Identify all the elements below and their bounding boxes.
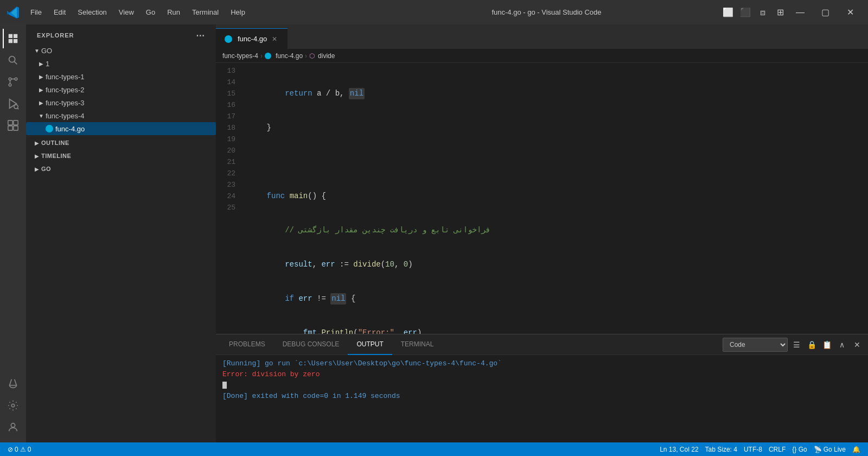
status-encoding-text: UTF-8 bbox=[744, 446, 762, 453]
panel-copy-button[interactable]: 📋 bbox=[820, 338, 833, 351]
status-language[interactable]: {} Go bbox=[789, 446, 810, 453]
panel-clear-button[interactable]: ☰ bbox=[790, 338, 803, 351]
tree-arrow-ft1: ▶ bbox=[37, 72, 46, 81]
activity-settings[interactable] bbox=[3, 396, 23, 415]
menu-run[interactable]: Run bbox=[162, 6, 186, 18]
status-golive-text: Go Live bbox=[824, 446, 846, 453]
menu-go[interactable]: Go bbox=[141, 6, 161, 18]
titlebar-icon-buttons: ⬜ ⬛ ⧈ ⊞ bbox=[720, 5, 788, 20]
activity-source-control[interactable] bbox=[3, 72, 23, 92]
activity-run-debug[interactable] bbox=[3, 94, 23, 113]
cursor-block bbox=[222, 382, 227, 389]
status-golive-icon: 📡 bbox=[814, 446, 822, 453]
close-button[interactable]: ✕ bbox=[838, 3, 863, 22]
output-line-error: Error: division by zero bbox=[222, 369, 861, 380]
tree-folder-func-types-3[interactable]: ▶ func-types-3 bbox=[26, 96, 216, 109]
menu-view[interactable]: View bbox=[113, 6, 139, 18]
breadcrumb-file[interactable]: func-4.go bbox=[265, 52, 303, 60]
activity-account[interactable] bbox=[3, 417, 23, 437]
tab-func4go[interactable]: func-4.go ✕ bbox=[216, 28, 288, 49]
sidebar-section-go[interactable]: ▶ GO bbox=[26, 161, 216, 174]
svg-point-12 bbox=[11, 404, 15, 407]
activity-bar-bottom bbox=[3, 374, 23, 442]
breadcrumb-go-icon bbox=[265, 53, 271, 59]
menu-edit[interactable]: Edit bbox=[48, 6, 71, 18]
status-errors[interactable]: ⊘ 0 ⚠ 0 bbox=[4, 442, 34, 456]
panel-content[interactable]: [Running] go run `c:\Users\User\Desktop\… bbox=[216, 355, 868, 442]
menu-help[interactable]: Help bbox=[225, 6, 251, 18]
titlebar-menu: File Edit Selection View Go Run Terminal… bbox=[25, 6, 373, 18]
status-eol-text: CRLF bbox=[769, 446, 786, 453]
panel-close-button[interactable]: ✕ bbox=[851, 338, 864, 351]
svg-point-2 bbox=[9, 84, 11, 86]
customize-layout-icon[interactable]: ⊞ bbox=[773, 5, 788, 20]
code-line-20: fmt.Println("Error:", err) bbox=[248, 327, 860, 334]
breadcrumb-symbol[interactable]: ⬡ divide bbox=[309, 52, 335, 60]
status-eol[interactable]: CRLF bbox=[765, 446, 789, 453]
tab-close-func4go[interactable]: ✕ bbox=[270, 35, 279, 43]
tree-folder-func-types-1[interactable]: ▶ func-types-1 bbox=[26, 70, 216, 83]
maximize-button[interactable]: ▢ bbox=[813, 3, 838, 22]
split-editor-icon[interactable]: ⧈ bbox=[755, 5, 770, 20]
breadcrumb-folder[interactable]: func-types-4 bbox=[222, 52, 258, 60]
minimize-button[interactable]: — bbox=[788, 3, 813, 22]
sidebar-content: ▼ GO ▶ 1 ▶ func-types-1 ▶ func-types-2 ▶… bbox=[26, 44, 216, 442]
svg-point-4 bbox=[9, 78, 11, 80]
activity-bar bbox=[0, 24, 26, 442]
panel-output-select[interactable]: Code bbox=[723, 338, 788, 352]
panel-collapse-button[interactable]: ∧ bbox=[835, 338, 848, 351]
editor-scrollbar[interactable] bbox=[860, 63, 868, 334]
sidebar-section-timeline[interactable]: ▶ TIMELINE bbox=[26, 148, 216, 161]
activity-extensions[interactable] bbox=[3, 116, 23, 135]
sidebar-toggle-icon[interactable]: ⬜ bbox=[720, 5, 736, 20]
status-encoding[interactable]: UTF-8 bbox=[741, 446, 765, 453]
main-layout: EXPLORER ⋯ ▼ GO ▶ 1 ▶ func-types-1 ▶ fun… bbox=[0, 24, 868, 442]
activity-explorer[interactable] bbox=[3, 29, 22, 48]
status-bar: ⊘ 0 ⚠ 0 Ln 13, Col 22 Tab Size: 4 UTF-8 … bbox=[0, 442, 868, 456]
svg-line-7 bbox=[17, 108, 18, 109]
menu-selection[interactable]: Selection bbox=[72, 6, 112, 18]
status-right: Ln 13, Col 22 Tab Size: 4 UTF-8 CRLF {} … bbox=[656, 446, 864, 453]
panel-lock-button[interactable]: 🔒 bbox=[805, 338, 818, 351]
code-line-16: func main() { bbox=[248, 191, 860, 202]
sidebar-section-outline[interactable]: ▶ OUTLINE bbox=[26, 135, 216, 148]
tab-go-icon bbox=[225, 35, 232, 43]
status-golive[interactable]: 📡 Go Live bbox=[810, 446, 849, 453]
svg-rect-11 bbox=[14, 126, 18, 130]
tree-folder-func-types-4[interactable]: ▼ func-types-4 bbox=[26, 109, 216, 122]
tree-folder-1[interactable]: ▶ 1 bbox=[26, 57, 216, 70]
status-line-col[interactable]: Ln 13, Col 22 bbox=[656, 446, 701, 453]
tree-label-ft4: func-types-4 bbox=[46, 112, 85, 120]
breadcrumb-sep-1: › bbox=[260, 52, 263, 60]
code-editor[interactable]: 13 14 15 16 17 18 19 20 21 22 23 24 25 r… bbox=[216, 63, 868, 334]
tree-arrow-outline: ▶ bbox=[33, 138, 41, 147]
tree-arrow-1: ▶ bbox=[37, 59, 46, 68]
status-notifications[interactable]: 🔔 bbox=[849, 446, 864, 453]
editor-layout-icon[interactable]: ⬛ bbox=[738, 5, 753, 20]
svg-point-13 bbox=[11, 423, 15, 427]
output-line-running: [Running] go run `c:\Users\User\Desktop\… bbox=[222, 358, 861, 369]
tree-arrow-go: ▼ bbox=[33, 46, 41, 55]
panel-tab-debug[interactable]: DEBUG CONSOLE bbox=[274, 334, 348, 355]
menu-file[interactable]: File bbox=[25, 6, 47, 18]
svg-rect-10 bbox=[8, 126, 12, 130]
sidebar: EXPLORER ⋯ ▼ GO ▶ 1 ▶ func-types-1 ▶ fun… bbox=[26, 24, 216, 442]
panel-tab-output[interactable]: OUTPUT bbox=[348, 334, 392, 355]
activity-search[interactable] bbox=[3, 50, 23, 70]
code-line-18: result, err := divide(10, 0) bbox=[248, 259, 860, 270]
code-content[interactable]: return a / b, nil } func main() { // فرا… bbox=[242, 63, 860, 334]
explorer-more-button[interactable]: ⋯ bbox=[196, 30, 205, 41]
breadcrumb: func-types-4 › func-4.go › ⬡ divide bbox=[216, 49, 868, 63]
tree-root-go[interactable]: ▼ GO bbox=[26, 44, 216, 57]
status-tab-size[interactable]: Tab Size: 4 bbox=[702, 446, 741, 453]
menu-terminal[interactable]: Terminal bbox=[187, 6, 224, 18]
panel-tab-terminal[interactable]: TERMINAL bbox=[392, 334, 443, 355]
go-section-label: GO bbox=[41, 166, 51, 172]
svg-point-3 bbox=[15, 78, 17, 80]
panel-tab-problems[interactable]: PROBLEMS bbox=[220, 334, 274, 355]
tree-folder-func-types-2[interactable]: ▶ func-types-2 bbox=[26, 83, 216, 96]
tree-label-func4go: func-4.go bbox=[55, 125, 85, 133]
tree-label-ft1: func-types-1 bbox=[46, 73, 85, 81]
activity-test[interactable] bbox=[3, 374, 23, 394]
tree-file-func-4-go[interactable]: func-4.go bbox=[26, 122, 216, 135]
